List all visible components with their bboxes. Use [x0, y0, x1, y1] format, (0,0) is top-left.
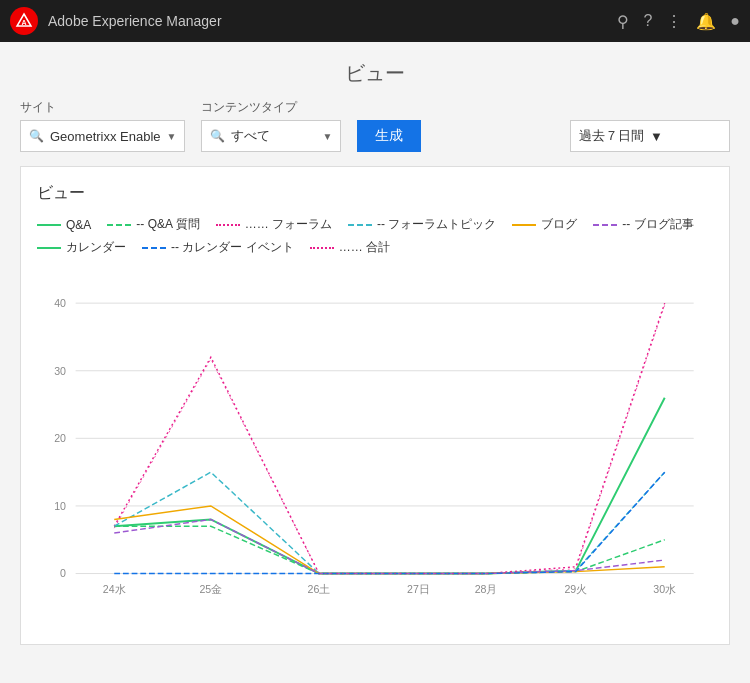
controls-area: サイト 🔍 Geometrixx Enable ▼ コンテンツタイプ 🔍 すべて… — [0, 99, 750, 166]
legend-forum-line — [216, 224, 240, 226]
content-type-value: すべて — [231, 127, 316, 145]
svg-text:27日: 27日 — [407, 583, 430, 595]
legend-qanda-line — [37, 224, 61, 226]
legend-calendar-event-line — [142, 247, 166, 249]
search-icon[interactable]: ⚲ — [617, 12, 629, 31]
legend-forum-topic-label: -- フォーラムトピック — [377, 216, 496, 233]
svg-text:10: 10 — [54, 500, 66, 512]
legend-blog-label: ブログ — [541, 216, 577, 233]
period-chevron-icon: ▼ — [650, 129, 663, 144]
app-logo: A — [10, 7, 38, 35]
site-search-icon: 🔍 — [29, 129, 44, 143]
chart-area: 0 10 20 30 40 24水 25金 26土 27日 28月 29火 30… — [37, 268, 713, 628]
site-control: サイト 🔍 Geometrixx Enable ▼ — [20, 99, 185, 152]
apps-icon[interactable]: ⋮ — [666, 12, 682, 31]
legend-total-label: …… 合計 — [339, 239, 390, 256]
chart-legend: Q&A -- Q&A 質問 …… フォーラム -- フォーラムトピック ブログ … — [37, 216, 713, 256]
legend-calendar: カレンダー — [37, 239, 126, 256]
site-select[interactable]: 🔍 Geometrixx Enable ▼ — [20, 120, 185, 152]
page-title-area: ビュー — [0, 42, 750, 99]
legend-calendar-line — [37, 247, 61, 249]
svg-text:30水: 30水 — [653, 583, 676, 595]
chart-svg: 0 10 20 30 40 24水 25金 26土 27日 28月 29火 30… — [37, 268, 713, 628]
user-icon[interactable]: ● — [730, 12, 740, 30]
chart-title: ビュー — [37, 183, 713, 204]
legend-calendar-label: カレンダー — [66, 239, 126, 256]
legend-total: …… 合計 — [310, 239, 390, 256]
line-qanda — [114, 398, 664, 574]
topnav-icons: ⚲ ? ⋮ 🔔 ● — [617, 12, 740, 31]
help-icon[interactable]: ? — [643, 12, 652, 30]
legend-total-line — [310, 247, 334, 249]
page-title: ビュー — [0, 60, 750, 87]
chart-card: ビュー Q&A -- Q&A 質問 …… フォーラム -- フォーラムトピック … — [20, 166, 730, 645]
site-select-value: Geometrixx Enable — [50, 129, 161, 144]
svg-text:A: A — [21, 19, 26, 26]
svg-text:29火: 29火 — [564, 583, 587, 595]
svg-text:24水: 24水 — [103, 583, 126, 595]
site-label: サイト — [20, 99, 185, 116]
legend-qanda-question-label: -- Q&A 質問 — [136, 216, 199, 233]
svg-text:25金: 25金 — [199, 583, 222, 595]
legend-forum: …… フォーラム — [216, 216, 332, 233]
svg-text:20: 20 — [54, 432, 66, 444]
svg-text:40: 40 — [54, 297, 66, 309]
legend-forum-topic-line — [348, 224, 372, 226]
svg-text:0: 0 — [60, 567, 66, 579]
legend-calendar-event: -- カレンダー イベント — [142, 239, 294, 256]
svg-text:26土: 26土 — [308, 583, 331, 595]
content-type-select[interactable]: 🔍 すべて ▼ — [201, 120, 341, 152]
legend-forum-topic: -- フォーラムトピック — [348, 216, 496, 233]
period-value: 過去７日間 — [579, 127, 644, 145]
svg-text:28月: 28月 — [475, 583, 498, 595]
legend-blog-line — [512, 224, 536, 226]
period-select[interactable]: 過去７日間 ▼ — [570, 120, 730, 152]
legend-qanda-question: -- Q&A 質問 — [107, 216, 199, 233]
site-chevron-icon: ▼ — [167, 131, 177, 142]
content-chevron-icon: ▼ — [323, 131, 333, 142]
legend-qanda-label: Q&A — [66, 218, 91, 232]
generate-button[interactable]: 生成 — [357, 120, 421, 152]
content-type-label: コンテンツタイプ — [201, 99, 341, 116]
content-search-icon: 🔍 — [210, 129, 225, 143]
svg-text:30: 30 — [54, 365, 66, 377]
legend-qanda: Q&A — [37, 216, 91, 233]
legend-qanda-question-line — [107, 224, 131, 226]
topnav: A Adobe Experience Manager ⚲ ? ⋮ 🔔 ● — [0, 0, 750, 42]
legend-blog-post-label: -- ブログ記事 — [622, 216, 693, 233]
legend-calendar-event-label: -- カレンダー イベント — [171, 239, 294, 256]
legend-blog-post-line — [593, 224, 617, 226]
content-type-control: コンテンツタイプ 🔍 すべて ▼ — [201, 99, 341, 152]
legend-forum-label: …… フォーラム — [245, 216, 332, 233]
period-control: 過去７日間 ▼ — [570, 102, 730, 152]
line-total — [114, 305, 664, 573]
bell-icon[interactable]: 🔔 — [696, 12, 716, 31]
legend-blog-post: -- ブログ記事 — [593, 216, 693, 233]
app-title: Adobe Experience Manager — [48, 13, 222, 29]
legend-blog: ブログ — [512, 216, 577, 233]
